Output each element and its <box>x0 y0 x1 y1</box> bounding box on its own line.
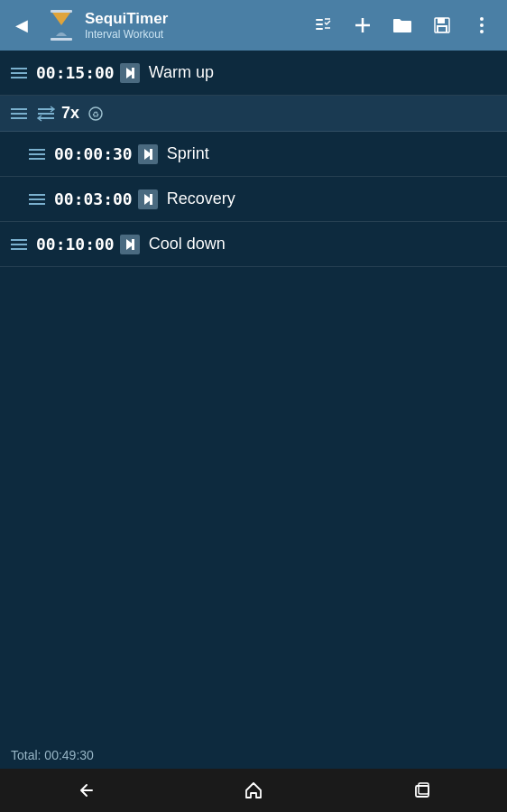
timer-row-sprint[interactable]: 00:00:30 Sprint <box>0 132 507 177</box>
checklist-button[interactable] <box>305 7 341 43</box>
svg-rect-25 <box>132 239 134 250</box>
recovery-time: 00:03:00 <box>54 189 133 208</box>
svg-rect-26 <box>416 786 429 797</box>
drag-handle-group[interactable] <box>11 108 27 119</box>
svg-rect-4 <box>316 28 323 30</box>
group-repeat-indicator <box>36 106 56 122</box>
sprint-label: Sprint <box>167 144 209 163</box>
drag-handle-warmup[interactable] <box>11 68 27 78</box>
svg-rect-2 <box>316 19 323 21</box>
app-title-group: SequiTimer Interval Workout <box>85 10 305 42</box>
svg-rect-23 <box>150 194 152 205</box>
sprint-time: 00:00:30 <box>54 144 133 163</box>
cooldown-label: Cool down <box>149 235 226 254</box>
svg-rect-0 <box>51 10 72 13</box>
cooldown-type-icon <box>120 235 140 254</box>
add-button[interactable] <box>345 7 381 43</box>
svg-rect-27 <box>419 783 429 794</box>
svg-text:♻: ♻ <box>92 110 99 119</box>
toolbar-actions <box>305 7 500 43</box>
svg-rect-1 <box>51 38 72 41</box>
timer-row-warmup[interactable]: 00:15:00 Warm up <box>0 51 507 96</box>
repeat-icon <box>36 106 56 122</box>
total-text: Total: 00:49:30 <box>11 748 94 762</box>
group-repeat-count: 7x <box>61 104 79 123</box>
more-options-button[interactable] <box>464 7 500 43</box>
android-recents-button[interactable] <box>395 772 449 808</box>
app-subtitle: Interval Workout <box>85 28 305 41</box>
folder-button[interactable] <box>384 7 420 43</box>
android-nav-bar <box>0 769 507 812</box>
android-home-button[interactable] <box>226 772 281 808</box>
android-back-button[interactable] <box>58 772 112 808</box>
svg-rect-12 <box>438 27 446 32</box>
recovery-type-icon <box>138 189 158 209</box>
timer-row-recovery[interactable]: 00:03:00 Recovery <box>0 177 507 222</box>
warmup-time: 00:15:00 <box>36 63 115 82</box>
svg-rect-10 <box>438 18 445 23</box>
drag-handle-sprint[interactable] <box>29 149 45 160</box>
warmup-type-icon <box>120 63 140 83</box>
timer-list: 00:15:00 Warm up 7x <box>0 51 507 267</box>
app-bar: ◀ SequiTimer Interval Workout <box>0 0 507 51</box>
drag-handle-cooldown[interactable] <box>11 239 27 250</box>
warmup-label: Warm up <box>149 63 214 82</box>
svg-rect-3 <box>316 23 323 25</box>
sprint-type-icon <box>138 144 158 164</box>
total-bar: Total: 00:49:30 <box>0 742 507 769</box>
nav-back-button[interactable]: ◀ <box>7 11 36 40</box>
svg-rect-14 <box>132 68 134 78</box>
group-header-row[interactable]: 7x ♻ <box>0 96 507 132</box>
cooldown-time: 00:10:00 <box>36 235 115 254</box>
app-title: SequiTimer <box>85 10 305 28</box>
shuffle-icon: ♻ <box>87 106 105 121</box>
recovery-label: Recovery <box>167 189 235 208</box>
timer-row-cooldown[interactable]: 00:10:00 Cool down <box>0 222 507 267</box>
drag-handle-recovery[interactable] <box>29 194 45 205</box>
save-button[interactable] <box>424 7 460 43</box>
app-logo <box>45 9 78 42</box>
svg-rect-21 <box>150 149 152 160</box>
